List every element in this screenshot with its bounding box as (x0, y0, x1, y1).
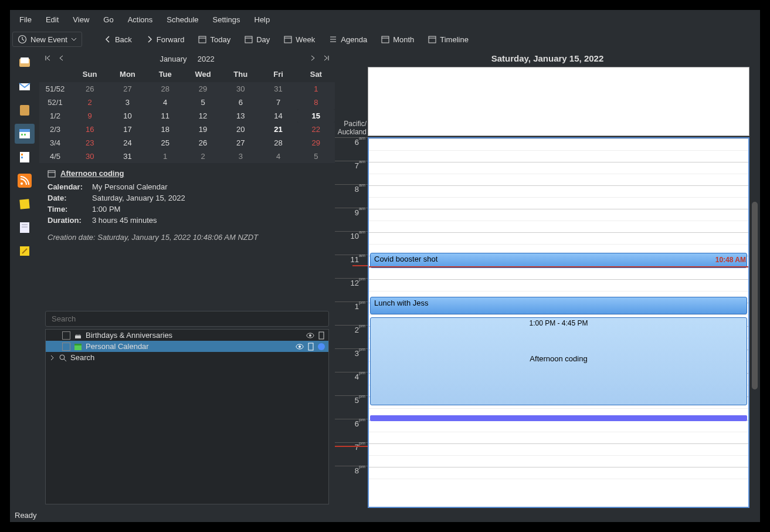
week-number[interactable]: 1/2 (39, 109, 71, 123)
event-title[interactable]: Afternoon coding (60, 169, 124, 178)
month-label: Month (393, 35, 414, 44)
menu-schedule[interactable]: Schedule (160, 12, 205, 28)
activity-notes2[interactable] (15, 241, 35, 261)
menu-file[interactable]: File (12, 12, 39, 28)
week-number[interactable]: 52/1 (39, 96, 71, 109)
datepicker-day[interactable]: 8 (297, 96, 335, 109)
week-number[interactable]: 4/5 (39, 150, 71, 163)
prev-month-button[interactable] (58, 55, 64, 63)
datepicker-day[interactable]: 24 (108, 136, 146, 150)
checkbox-icon[interactable] (62, 331, 70, 340)
forward-button[interactable]: Forward (140, 33, 191, 46)
activity-contacts[interactable] (15, 100, 35, 120)
datepicker-day[interactable]: 9 (71, 109, 108, 123)
datepicker-day[interactable]: 3 (222, 150, 259, 163)
week-number[interactable]: 51/52 (39, 82, 71, 96)
datepicker-day[interactable]: 28 (259, 136, 297, 150)
datepicker-day[interactable]: 1 (297, 82, 335, 96)
agenda-button[interactable]: Agenda (323, 33, 373, 46)
datepicker-day[interactable]: 11 (147, 109, 184, 123)
datepicker-day[interactable]: 29 (184, 82, 222, 96)
datepicker-day[interactable]: 30 (71, 150, 108, 163)
datepicker-month[interactable]: January (160, 55, 186, 63)
datepicker-day[interactable]: 23 (71, 136, 108, 150)
datepicker-day[interactable]: 13 (222, 109, 259, 123)
datepicker-day[interactable]: 31 (259, 82, 297, 96)
menu-edit[interactable]: Edit (39, 12, 66, 28)
activity-calendar[interactable] (15, 124, 35, 144)
search-input[interactable] (45, 311, 329, 327)
today-button[interactable]: Today (192, 33, 236, 46)
menu-settings[interactable]: Settings (206, 12, 247, 28)
time-grid[interactable]: Covid booster shot10:48 AMLunch with Jes… (368, 137, 749, 508)
datepicker-day[interactable]: 2 (184, 150, 222, 163)
datepicker-day[interactable]: 26 (184, 136, 222, 150)
datepicker-day[interactable]: 1 (147, 150, 184, 163)
activity-feeds[interactable] (15, 171, 35, 191)
datepicker-day[interactable]: 3 (108, 96, 146, 109)
datepicker-day[interactable]: 30 (222, 82, 259, 96)
datepicker-day[interactable]: 25 (147, 136, 184, 150)
event-coding[interactable]: 1:00 PM - 4:45 PMAfternoon coding (370, 317, 747, 405)
datepicker-day[interactable]: 27 (108, 82, 146, 96)
eye-icon[interactable] (296, 343, 304, 351)
menu-view[interactable]: View (66, 12, 96, 28)
datepicker-day[interactable]: 31 (108, 150, 146, 163)
datepicker-day[interactable]: 4 (259, 150, 297, 163)
checkbox-icon[interactable] (62, 343, 70, 351)
month-button[interactable]: Month (375, 33, 420, 46)
week-button[interactable]: Week (278, 33, 321, 46)
bookmark-icon[interactable] (318, 331, 325, 340)
first-month-button[interactable] (44, 55, 51, 63)
week-number[interactable]: 3/4 (39, 136, 71, 150)
datepicker-day[interactable]: 6 (222, 96, 259, 109)
event-lunch[interactable]: Lunch with Jess (370, 297, 747, 314)
menu-help[interactable]: Help (247, 12, 277, 28)
activity-journal[interactable] (15, 218, 35, 238)
day-button[interactable]: Day (239, 33, 276, 46)
week-number[interactable]: 2/3 (39, 123, 71, 136)
datepicker-day[interactable]: 12 (184, 109, 222, 123)
activity-summary[interactable] (15, 53, 35, 73)
event-bar[interactable] (370, 415, 747, 421)
datepicker-day[interactable]: 2 (71, 96, 108, 109)
datepicker-day[interactable]: 29 (297, 136, 335, 150)
cal-birthdays[interactable]: Birthdays & Anniversaries (46, 330, 328, 341)
menu-actions[interactable]: Actions (121, 12, 160, 28)
last-month-button[interactable] (323, 55, 330, 63)
datepicker-day[interactable]: 15 (297, 109, 335, 123)
cal-personal[interactable]: Personal Calendar (46, 341, 328, 352)
datepicker-day[interactable]: 18 (147, 123, 184, 136)
datepicker-year[interactable]: 2022 (198, 55, 215, 63)
datepicker-day[interactable]: 26 (71, 82, 108, 96)
activity-todo[interactable] (15, 147, 35, 167)
datepicker-day[interactable]: 5 (184, 96, 222, 109)
color-dot[interactable] (318, 343, 325, 350)
new-event-button[interactable]: New Event (12, 32, 82, 47)
datepicker-day[interactable]: 7 (259, 96, 297, 109)
datepicker-day[interactable]: 10 (108, 109, 146, 123)
scrollbar[interactable] (752, 202, 758, 389)
datepicker-day[interactable]: 19 (184, 123, 222, 136)
menu-go[interactable]: Go (96, 12, 120, 28)
datepicker-day[interactable]: 22 (297, 123, 335, 136)
back-button[interactable]: Back (99, 33, 138, 46)
datepicker-day[interactable]: 5 (297, 150, 335, 163)
datepicker-day[interactable]: 28 (147, 82, 184, 96)
bookmark-icon[interactable] (307, 343, 314, 351)
allday-area[interactable] (368, 67, 749, 136)
datepicker-day[interactable]: 17 (108, 123, 146, 136)
datepicker-day[interactable]: 4 (147, 96, 184, 109)
activity-notes[interactable] (15, 194, 35, 214)
datepicker-day[interactable]: 21 (259, 123, 297, 136)
datepicker-day[interactable]: 20 (222, 123, 259, 136)
cal-search[interactable]: Search (46, 352, 328, 363)
datepicker-day[interactable]: 14 (259, 109, 297, 123)
eye-icon[interactable] (306, 331, 314, 340)
hour-label: 11am (335, 255, 368, 278)
datepicker-day[interactable]: 16 (71, 123, 108, 136)
next-month-button[interactable] (310, 55, 316, 63)
timeline-button[interactable]: Timeline (422, 33, 474, 46)
datepicker-day[interactable]: 27 (222, 136, 259, 150)
activity-mail[interactable] (15, 77, 35, 97)
